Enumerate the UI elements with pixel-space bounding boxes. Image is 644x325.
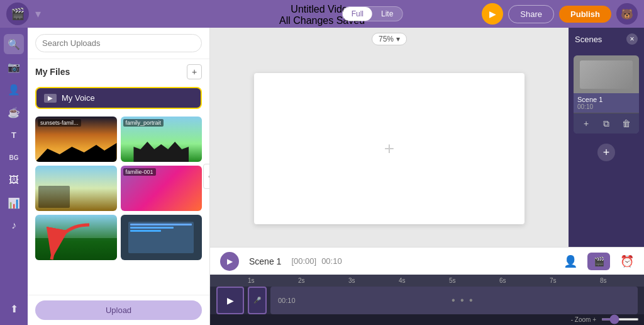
icon-sidebar: 🔍 📷 👤 ☕ T BG 🖼 📊 ♪ ⬆: [0, 28, 28, 325]
panel-collapse-button[interactable]: ‹: [203, 164, 210, 189]
main-layout: 🔍 📷 👤 ☕ T BG 🖼 📊 ♪ ⬆ My Files + ▶ My Voi…: [0, 28, 644, 325]
scene-bar: ▶ Scene 1 [00:00] 00:10 👤 🎬 ⏰: [210, 247, 644, 275]
thumb-label: family_portrait: [123, 119, 164, 127]
sidebar-music-btn[interactable]: ♪: [4, 215, 24, 236]
ruler-mark: 8s: [600, 277, 607, 284]
list-item[interactable]: [35, 215, 117, 260]
scene-card-actions: + ⧉ 🗑: [574, 113, 639, 134]
ruler-mark: 4s: [399, 277, 406, 284]
canvas-toolbar: 75% ▾: [210, 28, 569, 50]
timeline-dots: • • •: [452, 295, 474, 306]
ruler-mark: 7s: [550, 277, 557, 284]
thumb-label: familie-001: [123, 168, 156, 176]
my-files-header: My Files +: [28, 59, 209, 84]
preview-play-button[interactable]: ▶: [482, 3, 503, 25]
my-voice-label: My Voice: [62, 93, 95, 103]
zoom-dropdown-icon: ▾: [396, 35, 400, 43]
view-full-btn[interactable]: Full: [343, 7, 372, 21]
add-scene-button[interactable]: +: [597, 144, 615, 161]
scene-person-button[interactable]: 👤: [564, 253, 577, 270]
sidebar-media-btn[interactable]: 📷: [4, 57, 24, 77]
sidebar-chart-btn[interactable]: 📊: [4, 193, 24, 213]
scene-duplicate-button[interactable]: ⧉: [599, 116, 614, 131]
timeline-track-label: 00:10: [278, 297, 296, 304]
my-voice-button[interactable]: ▶ My Voice: [35, 87, 202, 109]
timeline-content: ▶ 🎤 00:10 • • •: [210, 287, 644, 314]
ruler-mark: 6s: [499, 277, 506, 284]
timeline-zoom-label: - Zoom +: [571, 316, 596, 323]
timeline-section: 1s 2s 3s 4s 5s 6s 7s 8s 9s 10 ▶ 🎤 00:10 …: [210, 275, 644, 325]
ruler-mark: 5s: [449, 277, 456, 284]
canvas-area: 75% ▾ +: [210, 28, 569, 247]
topbar: 🎬 ▾ Untitled Video All Changes Saved Ful…: [0, 0, 644, 28]
timeline-clip-thumb2[interactable]: 🎤: [248, 287, 267, 314]
timeline-ruler: 1s 2s 3s 4s 5s 6s 7s 8s 9s 10: [210, 275, 644, 287]
timeline-bottom-bar: - Zoom +: [210, 314, 644, 325]
scenes-panel: Scenes × Scene 1 00:10 + ⧉ 🗑: [569, 28, 644, 247]
list-item[interactable]: [35, 166, 117, 211]
thumb-label: sunsets-famil...: [38, 119, 81, 127]
zoom-indicator[interactable]: 75% ▾: [372, 33, 407, 45]
timeline-clip-thumbnail[interactable]: ▶: [216, 287, 244, 314]
scene-icons: 👤 🎬 ⏰: [564, 253, 634, 270]
ruler-mark: 2s: [298, 277, 305, 284]
scenes-header: Scenes ×: [569, 28, 644, 50]
my-voice-icon: ▶: [44, 94, 57, 103]
zoom-slider[interactable]: [601, 318, 639, 321]
timeline-track[interactable]: 00:10 • • •: [270, 287, 638, 314]
list-item[interactable]: familie-001: [121, 166, 203, 211]
scenes-close-button[interactable]: ×: [626, 33, 638, 45]
publish-button[interactable]: Publish: [559, 6, 611, 23]
scene-time-start: [00:00]: [291, 256, 316, 266]
list-item[interactable]: [121, 215, 203, 260]
share-button[interactable]: Share: [508, 5, 554, 23]
sidebar-bg-btn[interactable]: BG: [4, 147, 24, 168]
list-item[interactable]: sunsets-famil...: [35, 117, 117, 162]
scene-film-icon[interactable]: 🎬: [587, 253, 610, 270]
scene-add-action-button[interactable]: +: [579, 116, 594, 131]
scene-card: Scene 1 00:10 + ⧉ 🗑: [574, 55, 639, 134]
canvas-frame[interactable]: +: [254, 73, 525, 224]
add-file-button[interactable]: +: [187, 64, 202, 79]
scene-card-name: Scene 1: [577, 96, 635, 103]
search-input[interactable]: [35, 34, 202, 52]
thumb-grid: sunsets-famil... family_portrait familie…: [35, 117, 202, 260]
topbar-right: ▶ Share Publish 🐻: [482, 3, 638, 25]
sidebar-search-btn[interactable]: 🔍: [4, 34, 24, 54]
scenes-title: Scenes: [575, 35, 602, 44]
scene-card-time: 00:10: [577, 103, 635, 110]
my-files-title: My Files: [35, 67, 70, 77]
scene-timestamps: [00:00] 00:10: [291, 256, 341, 266]
upload-panel: My Files + ▶ My Voice sunsets-famil... f…: [28, 28, 210, 325]
scene-delete-button[interactable]: 🗑: [619, 116, 634, 131]
zoom-level: 75%: [379, 35, 394, 43]
app-logo[interactable]: 🎬: [6, 3, 29, 25]
sidebar-template-btn[interactable]: ☕: [4, 102, 24, 122]
scene-card-info: Scene 1 00:10: [574, 93, 639, 113]
scene-play-button[interactable]: ▶: [220, 252, 239, 271]
ruler-mark: 1s: [248, 277, 255, 284]
ruler-mark: 3s: [348, 277, 355, 284]
sidebar-image-btn[interactable]: 🖼: [4, 170, 24, 190]
view-lite-btn[interactable]: Lite: [372, 7, 402, 21]
scene-duration: 00:10: [321, 256, 342, 266]
upload-btn-bar: Upload: [28, 295, 209, 325]
thumbnails-scroll: sunsets-famil... family_portrait familie…: [28, 111, 209, 295]
search-area: [28, 28, 209, 59]
canvas-wrapper: +: [210, 50, 569, 247]
list-item[interactable]: family_portrait: [121, 117, 203, 162]
sidebar-person-btn[interactable]: 👤: [4, 79, 24, 100]
canvas-add-icon: +: [384, 139, 394, 159]
upload-button[interactable]: Upload: [35, 300, 202, 320]
scene-name: Scene 1: [249, 256, 281, 266]
scene-card-thumbnail[interactable]: [574, 55, 639, 93]
avatar[interactable]: 🐻: [616, 3, 638, 25]
sidebar-text-btn[interactable]: T: [4, 125, 24, 145]
sidebar-upload-btn[interactable]: ⬆: [4, 299, 24, 319]
view-toggle: Full Lite: [342, 6, 403, 21]
scene-clock-button[interactable]: ⏰: [620, 253, 634, 270]
screenshot-preview: [121, 215, 203, 260]
